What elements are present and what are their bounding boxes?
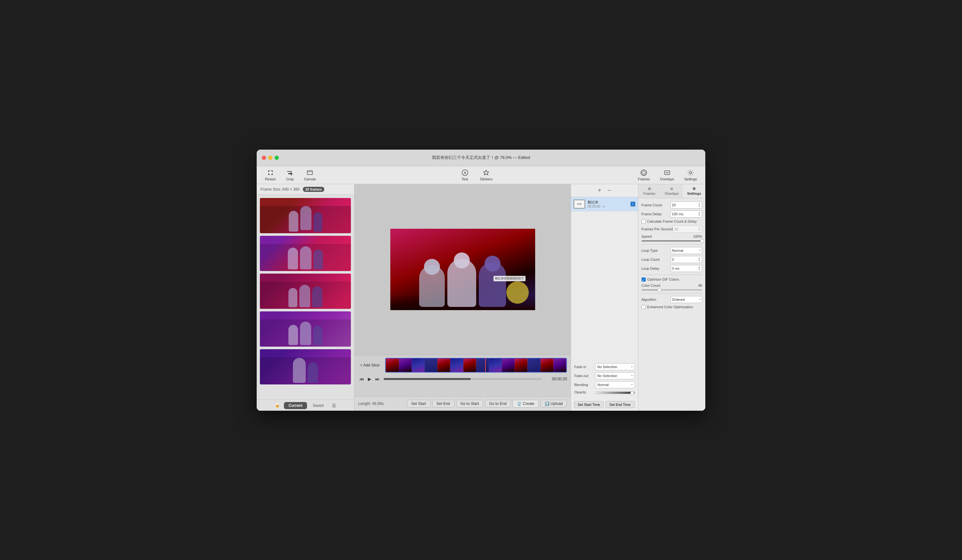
toolbar-left: Resize Crop Canvas: [260, 167, 320, 183]
beer-tab-button[interactable]: 🍺: [272, 402, 282, 410]
fade-out-value: No Selection: [597, 374, 617, 378]
loop-delay-row: Loop Delay 0 ms ▲▼: [642, 265, 702, 272]
bottom-controls: Length: 46.89s Set Start Set End Go to S…: [354, 397, 571, 411]
media-column: + − GIF 翻过来 00:00:00 - ∞ ✓: [571, 184, 638, 411]
loop-count-row: Loop Count 0 ▲▼: [642, 256, 702, 263]
tab-settings[interactable]: ⚙ Settings: [683, 184, 705, 198]
color-count-slider[interactable]: [642, 289, 702, 290]
text-button[interactable]: Text: [457, 167, 473, 183]
upload-label: Upload: [550, 402, 563, 406]
loop-delay-input[interactable]: 0 ms ▲▼: [670, 265, 702, 272]
frames-button[interactable]: Frames: [634, 167, 654, 183]
toolbar-right: Frames Overlays Settings: [634, 167, 702, 183]
list-item[interactable]: [259, 349, 352, 385]
resize-button[interactable]: Resize: [260, 167, 281, 183]
media-info: 翻过来 00:00:00 - ∞: [588, 200, 628, 208]
color-count-thumb[interactable]: [658, 288, 662, 292]
crop-button[interactable]: Crop: [282, 167, 299, 183]
timeline-frame: [515, 358, 528, 372]
play-button[interactable]: ▶: [366, 376, 373, 382]
fade-out-select[interactable]: No Selection ▾: [595, 372, 635, 379]
create-button[interactable]: 🗑️ Create: [513, 400, 539, 408]
media-checkbox[interactable]: ✓: [630, 202, 636, 207]
media-remove-button[interactable]: −: [608, 187, 611, 194]
tab-overlays[interactable]: ⧉ Overlays: [660, 184, 683, 198]
frames-label: Frames: [638, 177, 650, 181]
resize-label: Resize: [265, 177, 276, 181]
add-slice-button[interactable]: + Add Slice: [358, 362, 381, 368]
fade-in-select[interactable]: No Selection ▾: [595, 363, 635, 370]
tab-frames[interactable]: ⊞ Frames: [638, 184, 661, 198]
frame-count-stepper[interactable]: ▲▼: [698, 202, 701, 208]
fps-value: 12: [674, 227, 678, 231]
blending-label: Blending: [574, 383, 595, 387]
fullscreen-button[interactable]: [274, 156, 279, 160]
overlays-tab-label: Overlays: [665, 192, 679, 195]
loop-count-input[interactable]: 0 ▲▼: [670, 256, 702, 263]
algorithm-value: Ordered: [672, 298, 685, 302]
set-end-button[interactable]: Set End: [432, 400, 454, 408]
media-row[interactable]: GIF 翻过来 00:00:00 - ∞ ✓: [571, 197, 638, 211]
loop-type-value: Normal: [672, 249, 683, 252]
overlays-button[interactable]: Overlays: [655, 167, 678, 183]
list-view-button[interactable]: ☰: [329, 402, 339, 410]
close-button[interactable]: [262, 156, 266, 160]
go-to-start-button[interactable]: Go to Start: [456, 400, 483, 408]
media-add-button[interactable]: +: [598, 187, 602, 194]
loop-count-stepper[interactable]: ▲▼: [698, 257, 701, 262]
frame-count-row: Frame Count 20 ▲▼: [642, 202, 702, 208]
fps-stepper[interactable]: ▲▼: [698, 226, 701, 232]
speed-label: Speed: [642, 234, 670, 238]
upload-icon: ⬆️: [545, 402, 550, 406]
frame-delay-input[interactable]: 100 ms ▲▼: [670, 210, 702, 218]
goto-end-playback-button[interactable]: ⏭: [374, 376, 381, 382]
list-item[interactable]: [259, 311, 352, 347]
list-item[interactable]: [259, 273, 352, 310]
canvas-button[interactable]: Canvas: [299, 167, 320, 183]
loop-type-row: Loop Type Normal ▾: [642, 247, 702, 254]
speed-slider[interactable]: [642, 240, 702, 242]
loop-type-arrow: ▾: [699, 249, 701, 252]
minimize-button[interactable]: [268, 156, 273, 160]
timeline-frame: [412, 358, 425, 372]
loop-delay-stepper[interactable]: ▲▼: [698, 266, 701, 271]
list-item[interactable]: [259, 197, 352, 234]
set-start-button[interactable]: Set Start: [407, 400, 430, 408]
goto-start-playback-button[interactable]: ⏮: [358, 376, 365, 382]
timeline-controls-row: + Add Slice: [358, 358, 567, 373]
window-title: 我宣布你们三个今天正式出道了！@ 78.0% — Edited: [432, 155, 530, 160]
calc-frame-checkbox[interactable]: [642, 219, 646, 224]
current-tab-button[interactable]: Current: [284, 402, 307, 409]
timeline-strip[interactable]: [385, 358, 567, 373]
settings-label-tab: Settings: [684, 177, 697, 181]
fps-input[interactable]: 12 ▲▼: [673, 226, 702, 232]
optimize-checkbox[interactable]: ✓: [642, 278, 646, 282]
frame-delay-stepper[interactable]: ▲▼: [698, 211, 701, 216]
go-to-end-button[interactable]: Go to End: [485, 400, 511, 408]
divider-3: [642, 293, 702, 294]
opacity-track[interactable]: [595, 392, 635, 394]
stickers-button[interactable]: Stickers: [476, 167, 497, 183]
resize-icon: [267, 169, 274, 176]
upload-button[interactable]: ⬆️ Upload: [541, 400, 567, 408]
color-count-label: Color Count: [642, 284, 670, 287]
saved-tab-button[interactable]: Saved: [308, 402, 328, 409]
algorithm-select[interactable]: Ordered ▾: [670, 296, 702, 303]
loop-type-select[interactable]: Normal ▾: [670, 247, 702, 254]
opacity-label: Opacity: [574, 390, 595, 394]
enhanced-opt-checkbox[interactable]: [642, 305, 646, 309]
progress-bar[interactable]: [384, 378, 542, 380]
create-label: Create: [523, 402, 534, 406]
frame-thumbnail: [260, 349, 351, 384]
list-item[interactable]: [259, 235, 352, 272]
settings-button[interactable]: Settings: [680, 167, 702, 183]
blending-select[interactable]: Normal ▾: [595, 381, 635, 388]
frame-count-input[interactable]: 20 ▲▼: [670, 202, 702, 208]
set-end-time-button[interactable]: Set End Time: [605, 401, 634, 408]
speed-thumb[interactable]: [700, 239, 704, 243]
video-overlay-cookie: [506, 281, 529, 304]
algorithm-row: Algorithm Ordered ▾: [642, 296, 702, 303]
bottom-tabs: 🍺 Current Saved ☰: [257, 400, 354, 411]
svg-point-1: [462, 170, 468, 176]
set-start-time-button[interactable]: Set Start Time: [574, 401, 604, 408]
